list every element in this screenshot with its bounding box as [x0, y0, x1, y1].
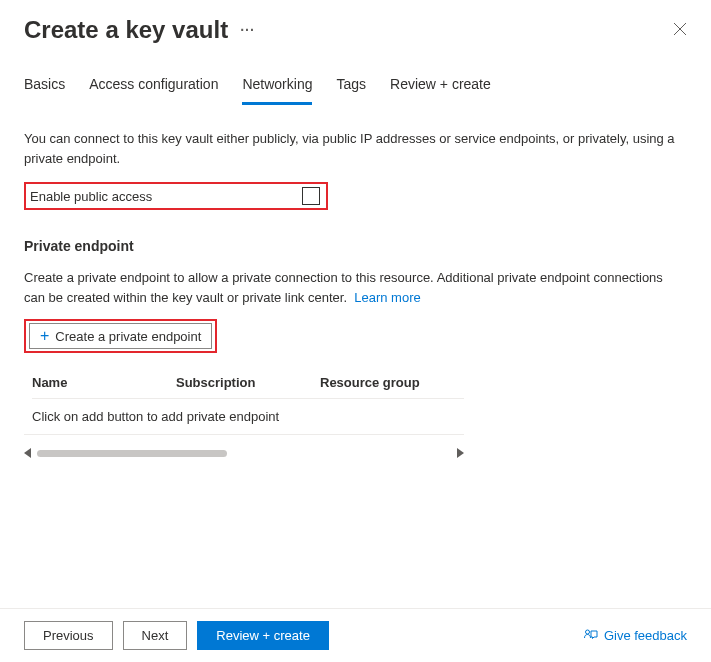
column-header-resource-group[interactable]: Resource group: [320, 375, 464, 390]
scroll-left-arrow-icon[interactable]: [24, 448, 31, 458]
scrollbar-thumb[interactable]: [37, 450, 227, 457]
enable-public-access-checkbox[interactable]: [302, 187, 320, 205]
tab-review-create[interactable]: Review + create: [390, 68, 491, 105]
feedback-icon: [583, 628, 599, 644]
networking-intro-text: You can connect to this key vault either…: [24, 129, 687, 168]
create-private-endpoint-highlight: + Create a private endpoint: [24, 319, 217, 353]
plus-icon: +: [40, 328, 49, 344]
column-header-subscription[interactable]: Subscription: [176, 375, 320, 390]
table-empty-row: Click on add button to add private endpo…: [24, 399, 464, 435]
tabs-bar: Basics Access configuration Networking T…: [0, 52, 711, 105]
tab-tags[interactable]: Tags: [336, 68, 366, 105]
page-title: Create a key vault ···: [24, 16, 255, 44]
tab-basics[interactable]: Basics: [24, 68, 65, 105]
enable-public-access-label: Enable public access: [30, 189, 152, 204]
previous-button[interactable]: Previous: [24, 621, 113, 650]
footer-bar: Previous Next Review + create Give feedb…: [0, 608, 711, 662]
horizontal-scrollbar[interactable]: [24, 445, 464, 461]
private-endpoint-heading: Private endpoint: [24, 238, 687, 254]
scroll-right-arrow-icon[interactable]: [457, 448, 464, 458]
table-header-row: Name Subscription Resource group: [32, 369, 464, 399]
private-endpoint-description: Create a private endpoint to allow a pri…: [24, 268, 687, 307]
learn-more-link[interactable]: Learn more: [354, 290, 420, 305]
private-endpoint-description-text: Create a private endpoint to allow a pri…: [24, 270, 663, 305]
give-feedback-label: Give feedback: [604, 628, 687, 643]
close-button[interactable]: [669, 18, 691, 43]
next-button[interactable]: Next: [123, 621, 188, 650]
tab-access-configuration[interactable]: Access configuration: [89, 68, 218, 105]
more-icon[interactable]: ···: [240, 22, 255, 38]
private-endpoint-table: Name Subscription Resource group Click o…: [24, 369, 464, 461]
give-feedback-link[interactable]: Give feedback: [583, 628, 687, 644]
column-header-name[interactable]: Name: [32, 375, 176, 390]
create-private-endpoint-button[interactable]: + Create a private endpoint: [29, 323, 212, 349]
review-create-button[interactable]: Review + create: [197, 621, 329, 650]
svg-point-0: [585, 630, 589, 634]
create-private-endpoint-label: Create a private endpoint: [55, 329, 201, 344]
close-icon: [673, 22, 687, 36]
tab-networking[interactable]: Networking: [242, 68, 312, 105]
enable-public-access-row: Enable public access: [24, 182, 328, 210]
page-title-text: Create a key vault: [24, 16, 228, 44]
